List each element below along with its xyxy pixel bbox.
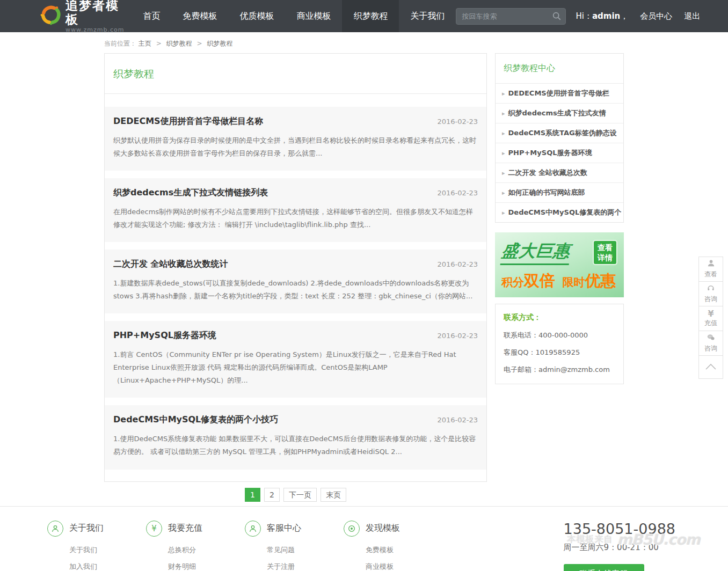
search-input[interactable] [456, 8, 566, 25]
pagination-page-2[interactable]: 2 [264, 488, 280, 502]
nav-item-commercial-templates[interactable]: 商业模板 [285, 0, 342, 32]
sidebar-link[interactable]: ▸如何正确的书写网站底部 [496, 182, 623, 202]
footer-link[interactable]: 免费模板 [366, 545, 442, 555]
footer-col-title: 客服中心 [267, 523, 301, 534]
triangle-bullet-icon: ▸ [502, 209, 505, 216]
consult-headset-button[interactable]: 咨询 [698, 281, 723, 306]
view-profile-button[interactable]: 查看 [698, 257, 723, 282]
logo[interactable]: 追梦者模板 www.zmzmb.com [39, 0, 124, 33]
pagination-next[interactable]: 下一页 [283, 488, 317, 502]
article-date: 2016-02-23 [437, 189, 478, 197]
contact-qq: 客服QQ：1019585925 [496, 344, 623, 361]
eye-circle-icon [344, 521, 360, 537]
breadcrumb: 当前位置： 主页 > 织梦教程 > 织梦教程 [104, 32, 624, 53]
logo-domain: www.zmzmb.com [65, 26, 124, 33]
article-title[interactable]: 二次开发 全站收藏总次数统计 [113, 259, 228, 270]
user-circle-icon [245, 521, 261, 537]
article-excerpt: 1.新建数据库表dede_stows(可以直接复制dede_downloads)… [113, 277, 478, 303]
watermark-prefix: 本模板来自 [567, 534, 613, 545]
nav-item-dedecms-tutorials[interactable]: 织梦教程 [342, 0, 399, 32]
article-title[interactable]: DEDECMS使用拼音首字母做栏目名称 [113, 116, 264, 127]
article-excerpt: 1.前言 CentOS（Community ENTer pr ise Opera… [113, 348, 478, 387]
nav-item-quality-templates[interactable]: 优质模板 [228, 0, 285, 32]
footer-link[interactable]: 商业模板 [366, 562, 442, 571]
page-title: 织梦教程 [113, 68, 154, 79]
article-date: 2016-02-23 [437, 332, 478, 340]
headset-icon [707, 284, 715, 294]
footer-link[interactable]: 常见问题 [267, 545, 344, 555]
pagination-page-1[interactable]: 1 [245, 488, 260, 502]
sidebar-link[interactable]: ▸织梦dedecms生成下拉式友情 [496, 103, 623, 123]
footer-link[interactable]: 关于注册 [267, 562, 344, 571]
consult-chat-button[interactable]: 咨询 [698, 331, 723, 356]
sidebar-link[interactable]: ▸DedeCMS中MySQL修复表的两个 [496, 202, 623, 222]
triangle-bullet-icon: ▸ [502, 170, 505, 177]
banner-promo-text: 积分双倍 限时优惠 [501, 270, 617, 292]
contact-online-service-button[interactable]: 联系在线客服 [564, 564, 644, 571]
article-excerpt: 在用dedecms制作网站的时候有不少站点需要用到下拉式友情链接，这样能够节省的… [113, 206, 478, 231]
nav-item-home[interactable]: 首页 [132, 0, 171, 32]
main-column: 织梦教程 DEDECMS使用拼音首字母做栏目名称 2016-02-23 织梦默认… [104, 53, 487, 502]
article-list-panel: 织梦教程 DEDECMS使用拼音首字母做栏目名称 2016-02-23 织梦默认… [104, 53, 487, 482]
triangle-bullet-icon: ▸ [502, 110, 505, 117]
tutorial-center-box: 织梦教程中心 ▸DEDECMS使用拼音首字母做栏 ▸织梦dedecms生成下拉式… [495, 53, 624, 223]
greeting-suffix: ， [620, 11, 628, 21]
article-title[interactable]: PHP+MySQL服务器环境 [113, 330, 216, 341]
back-to-top-button[interactable] [698, 355, 723, 379]
tutorial-center-title: 织梦教程中心 [504, 63, 555, 73]
triangle-bullet-icon: ▸ [502, 130, 505, 137]
breadcrumb-separator: > [196, 40, 202, 47]
article-excerpt: 1.使用DedeCMS系统修复表功能 如果数据里不大，可以直接在DedeCMS后… [113, 433, 478, 458]
article-item: DEDECMS使用拼音首字母做栏目名称 2016-02-23 织梦默认使用拼音为… [105, 107, 486, 171]
footer-link[interactable]: 总换积分 [168, 545, 245, 555]
chevron-up-icon [704, 362, 717, 372]
breadcrumb-home[interactable]: 主页 [139, 40, 151, 47]
article-item: PHP+MySQL服务器环境 2016-02-23 1.前言 CentOS（Co… [105, 321, 486, 398]
triangle-bullet-icon: ▸ [502, 189, 505, 196]
contact-email: 电子邮箱：admin@zmzmb.com [496, 361, 623, 378]
article-item: DedeCMS中MySQL修复表的两个小技巧 2016-02-23 1.使用De… [105, 405, 486, 469]
sidebar-link[interactable]: ▸PHP+MySQL服务器环境 [496, 143, 623, 163]
breadcrumb-separator: > [156, 40, 162, 47]
article-date: 2016-02-23 [437, 260, 478, 268]
footer-col-title: 我要充值 [168, 523, 202, 534]
footer-link[interactable]: 加入我们 [69, 562, 146, 571]
logout-link[interactable]: 退出 [684, 11, 700, 21]
sidebar-link[interactable]: ▸DEDECMS使用拼音首字母做栏 [496, 83, 623, 103]
chat-icon [707, 333, 715, 343]
search-box [456, 8, 566, 25]
sidebar: 织梦教程中心 ▸DEDECMS使用拼音首字母做栏 ▸织梦dedecms生成下拉式… [495, 53, 624, 394]
page: 追梦者模板 www.zmzmb.com 首页 免费模板 优质模板 商业模板 织梦… [0, 0, 728, 571]
article-title[interactable]: 织梦dedecms生成下拉式友情链接列表 [113, 187, 268, 199]
banner-headline: 盛大巨惠 [500, 240, 572, 265]
logo-swirl-icon [39, 3, 62, 29]
article-item: 二次开发 全站收藏总次数统计 2016-02-23 1.新建数据库表dede_s… [105, 250, 486, 313]
article-date: 2016-02-23 [437, 416, 478, 424]
member-center-link[interactable]: 会员中心 [640, 11, 672, 21]
nav-item-free-templates[interactable]: 免费模板 [171, 0, 228, 32]
breadcrumb-category[interactable]: 织梦教程 [166, 40, 192, 47]
mb5u-logo: mB5U.com [617, 531, 700, 548]
pagination: 1 2 下一页 末页 [104, 488, 487, 502]
contact-info-box: 联系方式： 联系电话：400-000-0000 客服QQ：1019585925 … [495, 304, 624, 384]
nav-item-about-us[interactable]: 关于我们 [399, 0, 456, 32]
footer-col-title: 发现模板 [366, 523, 400, 534]
sidebar-link[interactable]: ▸二次开发 全站收藏总次数 [496, 163, 623, 182]
footer-col-service: 客服中心 常见问题 关于注册 关于售后 [245, 521, 344, 571]
footer-link[interactable]: 财务明细 [168, 562, 245, 571]
triangle-bullet-icon: ▸ [502, 90, 505, 97]
sidebar-link[interactable]: ▸DedeCMS系统TAG标签伪静态设 [496, 123, 623, 143]
promo-banner[interactable]: 盛大巨惠 查看 详情 积分双倍 限时优惠 [495, 232, 624, 297]
pagination-last[interactable]: 末页 [321, 488, 346, 502]
footer-col-about: 关于我们 关于我们 加入我们 联系我们 [47, 521, 146, 571]
template-source-watermark[interactable]: 本模板来自 mB5U.com [567, 531, 700, 548]
article-excerpt: 织梦默认使用拼音为保存目录的时候使用的是中文全拼，当遇到栏目名称比较长的时候目录… [113, 134, 478, 160]
recharge-button[interactable]: ¥ 充值 [698, 306, 723, 331]
banner-detail-button[interactable]: 查看 详情 [593, 240, 617, 265]
user-icon [707, 259, 715, 269]
search-icon[interactable] [552, 11, 562, 23]
article-title[interactable]: DedeCMS中MySQL修复表的两个小技巧 [113, 414, 278, 426]
footer-link[interactable]: 关于我们 [69, 545, 146, 555]
footer-col-discover: 发现模板 免费模板 商业模板 加入我们 [344, 521, 442, 571]
triangle-bullet-icon: ▸ [502, 150, 505, 157]
